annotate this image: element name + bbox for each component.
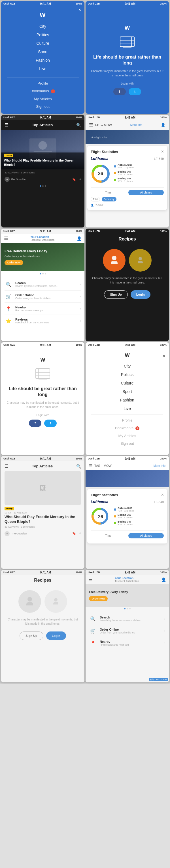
nav-item-politics[interactable]: Politics	[1, 31, 84, 39]
search-light-title: Search	[100, 616, 162, 619]
order-now-button[interactable]: Order Now	[4, 260, 23, 265]
recipes-light-hero	[1, 586, 84, 617]
class-total[interactable]: Total	[91, 197, 100, 202]
hamburger-icon-5[interactable]: ☰	[89, 463, 93, 468]
page-dots	[1, 184, 84, 188]
nav-light-live[interactable]: Live	[86, 404, 169, 413]
carrier-12: Usell UZB	[88, 571, 100, 574]
article-overlay: Today Who Should Play Freddie Mercury in…	[1, 149, 84, 169]
bookmark-icon-light[interactable]: 🔖	[72, 532, 76, 535]
menu-item-reviews[interactable]: ⭐ Reviews Feedback from our customers ›	[4, 315, 81, 327]
status-bar-6: Usell UZB 9:41 AM 100%	[86, 228, 169, 234]
menu-item-search[interactable]: 🔍 Search Search by home restaurants, dis…	[4, 278, 81, 290]
menu-item-order[interactable]: 🛒 Order Online Order from your favorite …	[4, 290, 81, 303]
dot-1	[40, 185, 41, 187]
login-label: Login with	[121, 82, 134, 85]
nav-item-my-articles[interactable]: My Articles	[1, 95, 84, 103]
article-placeholder-image: 🖼	[4, 471, 81, 505]
bookmark-icon[interactable]: 🔖	[72, 178, 76, 181]
recipes-header: Recipes	[86, 234, 169, 244]
articles-light-title: Top Articles	[32, 464, 53, 468]
filter-time[interactable]: Time	[91, 190, 126, 195]
nav-light-city[interactable]: City	[86, 362, 169, 370]
search-icon-header[interactable]: 🔍	[76, 123, 81, 127]
menu-list: 🔍 Search Search by home restaurants, dis…	[1, 276, 84, 329]
person-icon-2[interactable]: 👤	[77, 236, 82, 241]
hamburger-icon[interactable]: ☰	[4, 122, 8, 128]
hamburger-icon-2[interactable]: ☰	[89, 122, 93, 128]
close-nav-button[interactable]: ×	[79, 7, 81, 12]
hamburger-icon-6[interactable]: ☰	[88, 577, 92, 582]
order-sub: Order from your favorite dishes	[15, 297, 77, 300]
status-bar-5: Usell UZB 9:41 AM 100%	[1, 228, 84, 234]
chart-area-light: 26 Airbus A319+9% · 12 planes Boeing 767…	[91, 507, 164, 527]
twitter-button[interactable]: t	[129, 88, 141, 95]
nav-item-fashion[interactable]: Fashion	[1, 56, 84, 64]
facebook-button[interactable]: f	[113, 88, 126, 95]
battery-6: 100%	[160, 230, 167, 232]
location-light: Your Location	[115, 577, 139, 580]
nav-light-bookmarks[interactable]: Bookmarks 1	[86, 424, 169, 432]
filter-airplanes-light[interactable]: Airplanes	[129, 533, 164, 538]
nav-light-sign-out[interactable]: Sign out	[86, 440, 169, 447]
phone-recipes-dark: Usell UZB 9:41 AM 100% Recipes	[86, 228, 169, 341]
person-icon[interactable]: 👤	[161, 123, 166, 127]
filter-time-light[interactable]: Time	[91, 533, 126, 538]
flight-modal-light: Flight Statistics × Lufthansa LF-349	[87, 489, 167, 544]
battery-10: 100%	[160, 457, 167, 460]
recipes-light-description: Character may be manifested in the great…	[1, 617, 84, 626]
twitter-button-2[interactable]: t	[44, 420, 57, 427]
class-economy[interactable]: Economy	[102, 197, 116, 202]
hamburger-icon-4[interactable]: ☰	[4, 463, 8, 469]
modal-close-light[interactable]: ×	[161, 492, 164, 497]
nav-sub-list: Profile Bookmarks 1 My Articles Sign out	[1, 80, 84, 110]
legend-boeing2: Boeing 747 90% · 8 planes	[114, 177, 164, 183]
nav-light-politics[interactable]: Politics	[86, 370, 169, 379]
reviews-sub: Feedback from our customers	[15, 321, 77, 324]
nav-item-city[interactable]: City	[1, 22, 84, 31]
signup-button-light[interactable]: Sign Up	[20, 631, 44, 640]
carrier-9: Usell UZB	[3, 457, 16, 460]
search-icon-2[interactable]: 🔍	[76, 464, 81, 468]
hamburger-icon-3[interactable]: ☰	[4, 236, 8, 241]
login-button[interactable]: Login	[131, 290, 150, 299]
status-bar-3: Usell UZB 9:41 AM 100%	[1, 115, 84, 120]
nav-item-sign-out[interactable]: Sign out	[1, 103, 84, 110]
login-button-light[interactable]: Login	[46, 631, 66, 640]
menu-item-nearby-light[interactable]: 📍 Nearby Find restaurants near you ›	[89, 637, 166, 649]
menu-item-order-light[interactable]: 🛒 Order Online Order from your favorite …	[89, 625, 166, 637]
modal-close-button[interactable]: ×	[161, 149, 164, 154]
close-nav-light-button[interactable]: ×	[163, 354, 166, 359]
facebook-button-2[interactable]: f	[29, 420, 41, 427]
battery-3: 100%	[76, 116, 82, 119]
nav-light-culture[interactable]: Culture	[86, 379, 169, 387]
nav-light-my-articles[interactable]: My Articles	[86, 432, 169, 440]
order-now-light-button[interactable]: Order Now	[89, 596, 108, 601]
signup-button[interactable]: Sign Up	[104, 290, 128, 299]
airbus-dot	[114, 165, 116, 167]
share-icon-light[interactable]: ↗	[79, 532, 81, 535]
svg-rect-27	[38, 378, 47, 380]
nav-item-profile[interactable]: Profile	[1, 80, 84, 87]
search-menu-icon: 🔍	[4, 280, 12, 288]
nav-item-culture[interactable]: Culture	[1, 39, 84, 48]
filter-airplanes[interactable]: Airplanes	[129, 190, 164, 195]
person-icon-3[interactable]: 👤	[161, 578, 166, 582]
nav-item-sport[interactable]: Sport	[1, 48, 84, 56]
delivery-hero: Free Delivery Every Friday Order from yo…	[1, 243, 84, 271]
nav-item-bookmarks[interactable]: Bookmarks 1	[1, 87, 84, 95]
location-text: Your Location	[30, 236, 55, 239]
source-avatar: G	[4, 177, 10, 182]
nav-light-fashion[interactable]: Fashion	[86, 396, 169, 404]
more-info-link[interactable]: More Info	[130, 123, 142, 126]
share-icon[interactable]: ↗	[79, 178, 81, 181]
article-hero-title: Who Should Play Freddie Mercury in the Q…	[4, 158, 82, 167]
menu-item-nearby[interactable]: 📍 Nearby Find restaurants near you ›	[4, 303, 81, 315]
delivery-light-screen: ☰ Your Location Tashkent, Uzbekistan 👤 F…	[86, 575, 169, 682]
more-info-light[interactable]: More Info	[153, 464, 166, 467]
nav-light-profile[interactable]: Profile	[86, 416, 169, 424]
menu-item-search-light[interactable]: 🔍 Search Search by home restaurants, dis…	[89, 613, 166, 625]
nav-item-live[interactable]: Live	[1, 64, 84, 73]
recipes-hero	[86, 244, 169, 276]
nav-light-sport[interactable]: Sport	[86, 387, 169, 396]
